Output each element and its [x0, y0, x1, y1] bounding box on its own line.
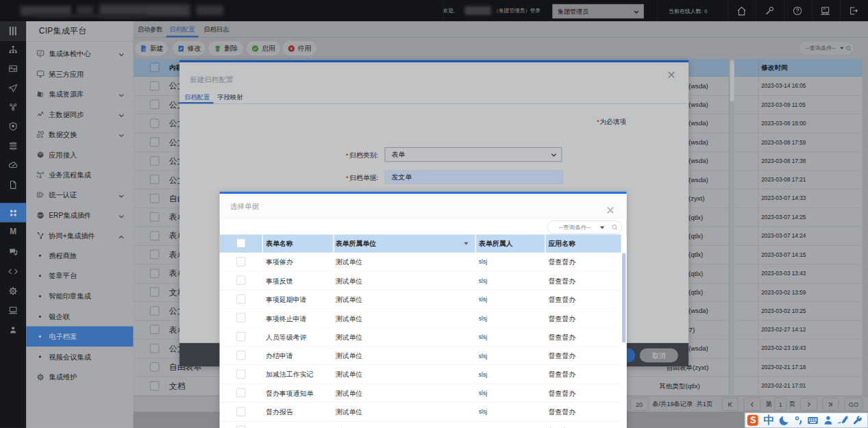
svg-text:ERP: ERP [38, 214, 44, 217]
